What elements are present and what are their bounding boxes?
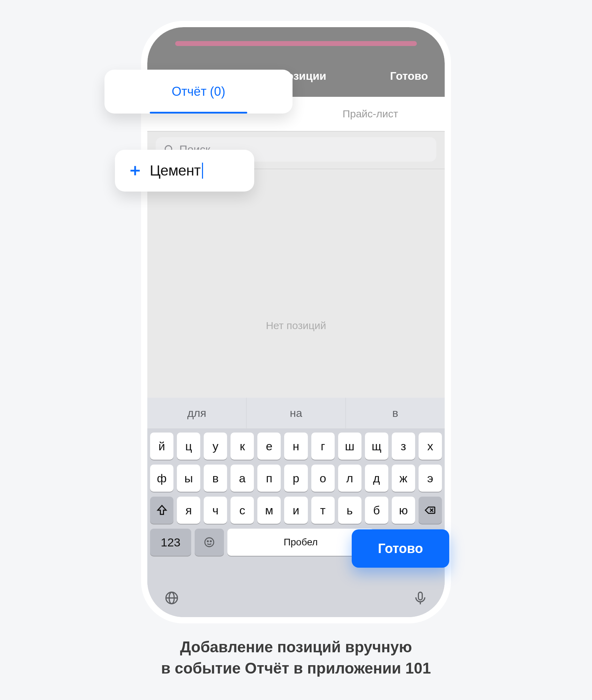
key-м[interactable]: м: [257, 497, 281, 524]
done-button[interactable]: Готово: [390, 70, 428, 83]
key-ю[interactable]: ю: [392, 497, 415, 524]
tab-pricelist[interactable]: Прайс-лист: [296, 97, 445, 131]
key-ж[interactable]: ж: [392, 465, 415, 492]
key-в[interactable]: в: [204, 465, 227, 492]
figure-caption: Добавление позиций вручную в событие Отч…: [0, 636, 592, 679]
key-п[interactable]: п: [257, 465, 281, 492]
plus-icon: [128, 164, 142, 178]
key-с[interactable]: с: [231, 497, 254, 524]
key-з[interactable]: з: [392, 433, 415, 460]
key-х[interactable]: х: [419, 433, 442, 460]
key-и[interactable]: и: [284, 497, 307, 524]
key-щ[interactable]: щ: [365, 433, 388, 460]
svg-point-4: [205, 538, 214, 547]
emoji-key[interactable]: [195, 529, 224, 556]
key-ш[interactable]: ш: [338, 433, 361, 460]
suggestion-1[interactable]: для: [147, 398, 247, 428]
key-ц[interactable]: ц: [177, 433, 200, 460]
key-ы[interactable]: ы: [177, 465, 200, 492]
key-ф[interactable]: ф: [150, 465, 173, 492]
keyboard-suggestions: для на в: [147, 398, 445, 428]
tab-report-label: Отчёт (0): [172, 84, 225, 99]
key-к[interactable]: к: [231, 433, 254, 460]
keyboard-done-button[interactable]: Готово: [352, 529, 449, 568]
tab-underline: [150, 112, 247, 114]
add-item-input[interactable]: Цемент: [115, 150, 254, 192]
shift-icon: [156, 504, 168, 516]
suggestion-3[interactable]: в: [346, 398, 445, 428]
key-у[interactable]: у: [204, 433, 227, 460]
key-р[interactable]: р: [284, 465, 307, 492]
phone-screen: Отменить Позиции Готово Прайс-лист Поиск…: [147, 27, 445, 617]
key-о[interactable]: о: [311, 465, 335, 492]
key-э[interactable]: э: [419, 465, 442, 492]
key-й[interactable]: й: [150, 433, 173, 460]
keyboard: для на в йцукенгшщзх фывапролджэ ячсмить…: [147, 398, 445, 617]
key-я[interactable]: я: [177, 497, 200, 524]
svg-rect-10: [419, 592, 422, 600]
notch-bar: [175, 41, 417, 46]
keyboard-bottom-row: [147, 579, 445, 617]
key-а[interactable]: а: [231, 465, 254, 492]
key-ч[interactable]: ч: [204, 497, 227, 524]
suggestion-2[interactable]: на: [247, 398, 346, 428]
svg-point-5: [207, 541, 208, 542]
emoji-icon: [203, 536, 215, 548]
shift-key[interactable]: [150, 497, 173, 524]
backspace-key[interactable]: [419, 497, 442, 524]
numeric-key[interactable]: 123: [150, 529, 191, 556]
text-cursor: [202, 163, 203, 179]
key-е[interactable]: е: [257, 433, 281, 460]
key-б[interactable]: б: [365, 497, 388, 524]
add-item-value: Цемент: [150, 162, 201, 179]
key-т[interactable]: т: [311, 497, 335, 524]
mic-icon[interactable]: [413, 590, 428, 606]
globe-icon[interactable]: [164, 590, 179, 606]
key-н[interactable]: н: [284, 433, 307, 460]
key-ь[interactable]: ь: [338, 497, 361, 524]
key-л[interactable]: л: [338, 465, 361, 492]
empty-state-label: Нет позиций: [147, 320, 445, 332]
svg-point-6: [210, 541, 211, 542]
key-г[interactable]: г: [311, 433, 335, 460]
backspace-icon: [424, 504, 436, 516]
tab-report-overlay[interactable]: Отчёт (0): [104, 70, 293, 114]
key-д[interactable]: д: [365, 465, 388, 492]
